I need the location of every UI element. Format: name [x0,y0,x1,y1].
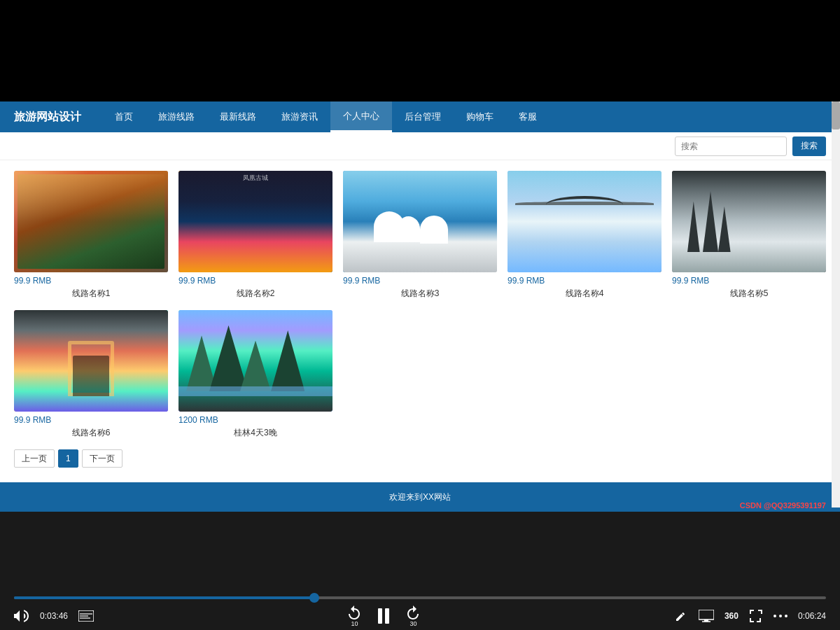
svg-rect-5 [385,608,389,624]
footer: 欢迎来到XX网站 [0,482,840,512]
product-name-6: 线路名称6 [14,427,168,439]
top-black-bar [0,0,840,102]
nav-routes[interactable]: 旅游线路 [146,102,207,132]
rewind-label: 10 [351,620,358,627]
edit-icon[interactable] [674,609,688,623]
progress-bar-track[interactable] [14,596,826,599]
rewind-icon[interactable]: 10 [346,605,363,627]
nav-service[interactable]: 客服 [506,102,550,132]
current-page-button[interactable]: 1 [58,449,78,468]
product-image-4 [507,171,662,272]
player-right-controls: 360 0:06:24 [674,609,826,623]
forward-icon[interactable]: 30 [405,605,421,627]
search-bar-area: 搜索 [0,132,840,160]
video-player: 0:03:46 10 [0,512,840,630]
product-name-2: 线路名称2 [178,288,332,300]
more-options-icon[interactable] [774,614,788,618]
product-image-6 [14,310,168,412]
product-price-1: 99.9 RMB [14,276,168,286]
product-price-6: 99.9 RMB [14,415,168,425]
product-price-2: 99.9 RMB [178,276,332,286]
product-price-5: 99.9 RMB [672,276,826,286]
main-content: 99.9 RMB 线路名称1 凤凰古城 99.9 RMB 线路名称2 [0,160,840,482]
product-card-3[interactable]: 99.9 RMB 线路名称3 [343,171,497,300]
product-price-7: 1200 RMB [178,415,332,425]
prev-page-button[interactable]: 上一页 [14,449,55,468]
search-button[interactable]: 搜索 [792,136,826,156]
product-image-3 [343,171,497,272]
player-controls: 0:03:46 10 [0,605,840,627]
progress-thumb[interactable] [309,593,319,603]
subtitle-icon[interactable] [78,610,94,622]
360-icon[interactable]: 360 [724,611,738,621]
svg-point-11 [785,615,788,617]
navbar: 旅游网站设计 首页 旅游线路 最新线路 旅游资讯 个人中心 后台管理 购物车 客… [0,102,840,132]
screen-icon[interactable] [699,610,714,622]
product-image-1 [14,171,168,272]
product-name-3: 线路名称3 [343,288,497,300]
product-price-4: 99.9 RMB [507,276,662,286]
forward-label: 30 [410,620,416,627]
volume-icon[interactable] [14,610,29,622]
player-left-controls: 0:03:46 [14,610,94,622]
svg-rect-6 [699,610,714,620]
navbar-brand: 旅游网站设计 [14,110,81,125]
nav-personal[interactable]: 个人中心 [330,102,392,132]
product-image-5 [672,171,826,272]
current-time: 0:03:46 [40,611,68,621]
product-card-6[interactable]: 99.9 RMB 线路名称6 [14,310,168,439]
product-card-7[interactable]: 1200 RMB 桂林4天3晚 [178,310,332,439]
search-input[interactable] [675,136,787,156]
browser-content: 旅游网站设计 首页 旅游线路 最新线路 旅游资讯 个人中心 后台管理 购物车 客… [0,102,840,512]
player-center-controls: 10 30 [346,605,421,627]
product-image-7 [178,310,332,412]
product-card-2[interactable]: 凤凰古城 99.9 RMB 线路名称2 [178,171,332,300]
total-time: 0:06:24 [798,611,826,621]
product-card-5[interactable]: 99.9 RMB 线路名称5 [672,171,826,300]
nav-cart[interactable]: 购物车 [454,102,506,132]
nav-news[interactable]: 旅游资讯 [269,102,330,132]
pause-button[interactable] [377,608,391,624]
progress-bar-container [0,596,840,599]
product-image-2: 凤凰古城 [178,171,332,272]
nav-home[interactable]: 首页 [102,102,146,132]
next-page-button[interactable]: 下一页 [82,449,122,468]
fullscreen-icon[interactable] [749,609,763,623]
product-name-5: 线路名称5 [672,288,826,300]
svg-point-10 [779,615,782,617]
product-grid-row1: 99.9 RMB 线路名称1 凤凰古城 99.9 RMB 线路名称2 [14,171,826,300]
product-card-4[interactable]: 99.9 RMB 线路名称4 [507,171,662,300]
product-name-4: 线路名称4 [507,288,662,300]
navbar-links: 首页 旅游线路 最新线路 旅游资讯 个人中心 后台管理 购物车 客服 [102,102,550,132]
watermark: CSDN @QQ3295391197 [740,501,826,510]
product-grid-row2: 99.9 RMB 线路名称6 1200 RMB 桂林4天3晚 [14,310,826,439]
scrollbar-thumb[interactable] [832,102,840,130]
product-name-1: 线路名称1 [14,288,168,300]
svg-rect-4 [378,608,382,624]
nav-new-routes[interactable]: 最新线路 [207,102,269,132]
nav-admin[interactable]: 后台管理 [392,102,454,132]
scrollbar[interactable] [832,102,840,507]
product-card-1[interactable]: 99.9 RMB 线路名称1 [14,171,168,300]
product-price-3: 99.9 RMB [343,276,497,286]
svg-point-9 [774,615,776,617]
pagination: 上一页 1 下一页 [14,449,826,468]
footer-text: 欢迎来到XX网站 [389,491,451,503]
progress-bar-fill [14,596,314,599]
product-name-7: 桂林4天3晚 [178,427,332,439]
